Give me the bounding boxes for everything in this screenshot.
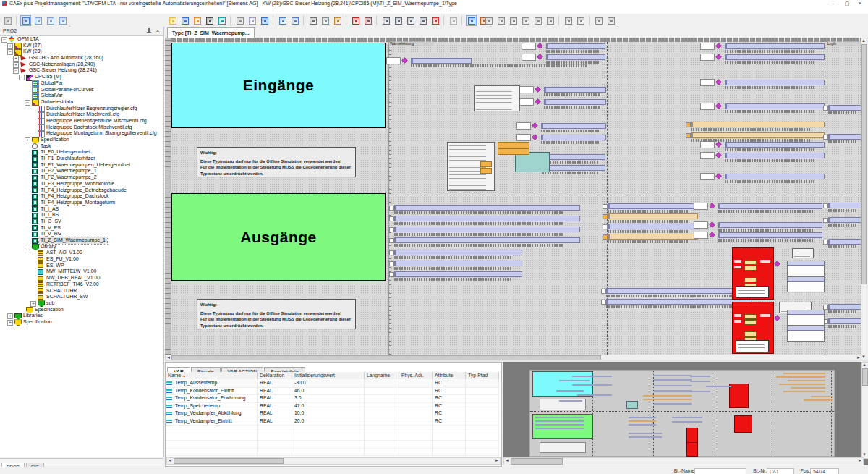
- tree-item-label[interactable]: TI_V_ES: [39, 225, 62, 232]
- signal-bar[interactable]: [718, 203, 822, 209]
- signal-bar[interactable]: [725, 174, 825, 179]
- undo-button[interactable]: [277, 15, 288, 26]
- connector-icon[interactable]: [710, 232, 715, 237]
- orange-parameter-pad[interactable]: [498, 148, 529, 155]
- wire-stub[interactable]: [516, 122, 531, 130]
- tree-item-label[interactable]: Durchlauferhitzer Mischventil.cfg: [45, 111, 121, 118]
- signal-bar[interactable]: [828, 304, 861, 310]
- signal-bar[interactable]: [828, 134, 861, 140]
- wire-stub[interactable]: [700, 103, 715, 110]
- rail-pad[interactable]: [389, 272, 394, 277]
- tree-item[interactable]: −KW (28): [0, 48, 163, 55]
- tree-item-label[interactable]: GSC-Steuer Heizung (28,241): [27, 67, 98, 74]
- zoom-window-button[interactable]: [380, 15, 391, 26]
- signal-bar[interactable]: [394, 205, 580, 211]
- wire-stub[interactable]: [700, 43, 715, 50]
- signal-bar[interactable]: [394, 216, 580, 221]
- orange-parameter-pad[interactable]: [480, 168, 492, 174]
- variable-table-hscrollbar[interactable]: ◄ ►: [166, 457, 501, 465]
- tree-item[interactable]: NW_UEB_REAL_V1.00: [0, 275, 163, 282]
- wire-stub[interactable]: [519, 98, 534, 106]
- paste-button[interactable]: [332, 15, 343, 26]
- expand-icon[interactable]: +: [7, 320, 13, 326]
- signal-mini-box[interactable]: [787, 261, 825, 276]
- raster-button[interactable]: [448, 15, 459, 26]
- tree-item[interactable]: −CPCI85 (M): [0, 74, 163, 80]
- distribute-v-button[interactable]: [575, 15, 586, 26]
- tree-item[interactable]: Task: [0, 143, 163, 150]
- tree-item[interactable]: Specification: [0, 307, 163, 313]
- tree-item[interactable]: RETRBEF_TI46_V2.00: [0, 282, 163, 288]
- tree-item[interactable]: TI_F2_Waermepumpe_2: [0, 174, 163, 181]
- orange-parameter-pad[interactable]: [498, 142, 529, 148]
- signal-bar[interactable]: [394, 261, 522, 266]
- signal-bar[interactable]: [544, 87, 606, 93]
- tree-item-label[interactable]: CPCI85 (M): [33, 74, 63, 80]
- insert-marker-button[interactable]: [350, 15, 361, 26]
- rail-pad[interactable]: [389, 250, 394, 255]
- tree-item-label[interactable]: TI_I_AS: [39, 206, 60, 213]
- wire-stub[interactable]: [519, 86, 534, 93]
- signal-bar[interactable]: [718, 232, 822, 238]
- connector-icon[interactable]: [537, 43, 542, 48]
- rail-pad[interactable]: [389, 261, 394, 266]
- tree-item-label[interactable]: TI_I_BS: [39, 212, 60, 219]
- tree-item[interactable]: TI_O_SV: [0, 219, 163, 225]
- rail-pad[interactable]: [823, 305, 828, 310]
- signal-bar[interactable]: [394, 237, 580, 243]
- tree-item-label[interactable]: Specification: [22, 319, 54, 326]
- wire-stub[interactable]: [694, 203, 708, 210]
- tree-item[interactable]: ES_FU_V1.00: [0, 256, 163, 263]
- wire-stub[interactable]: [700, 141, 715, 148]
- ellipse-tool-button[interactable]: [247, 15, 258, 26]
- rail-pad[interactable]: [603, 214, 608, 219]
- tree-item-label[interactable]: GlobalParamForCurves: [39, 87, 95, 93]
- connector-icon[interactable]: [532, 135, 537, 140]
- tree-item-label[interactable]: OPM LTA: [16, 36, 41, 43]
- signal-bar[interactable]: [828, 318, 861, 324]
- tree-item[interactable]: TI_F3_Heizgruppe_Wohnkolonie: [0, 181, 163, 187]
- tree-item-label[interactable]: TI_O_SV: [39, 219, 63, 225]
- tree-item[interactable]: TI_F1_Durchlauferhitzer: [0, 156, 163, 162]
- tree-item-label[interactable]: TI_V_RG: [39, 231, 63, 237]
- tree-item[interactable]: TI_F4_Heizgruppe_Betriebsgebaeude: [0, 187, 163, 194]
- signal-bar[interactable]: [541, 123, 606, 129]
- zoom-in-button[interactable]: [393, 15, 404, 26]
- align-center-h-button[interactable]: [532, 15, 543, 26]
- connector-icon[interactable]: [716, 80, 721, 85]
- signal-bar[interactable]: [606, 288, 752, 294]
- connector-icon[interactable]: [532, 123, 537, 128]
- tree-item-label[interactable]: Heizgruppe Montageturm Strangregulierven…: [45, 130, 158, 137]
- orange-parameter-pad[interactable]: [480, 161, 492, 167]
- tree-item[interactable]: −Library: [0, 244, 163, 250]
- snapshot-button[interactable]: [362, 15, 373, 26]
- connector-icon[interactable]: [716, 54, 721, 59]
- signal-bar[interactable]: [608, 203, 698, 209]
- tree-item[interactable]: +sub: [0, 300, 163, 307]
- tree-item-label[interactable]: MW_MITTELW_V1.00: [45, 268, 98, 275]
- tree-item-label[interactable]: TI_F2_Waermepumpe_2: [39, 174, 98, 181]
- tree-item-label[interactable]: Heizgruppe Dachstock Mischventil.cfg: [45, 124, 133, 131]
- close-icon[interactable]: ×: [155, 28, 161, 34]
- connect-tool-button[interactable]: [259, 15, 270, 26]
- tree-item[interactable]: +GSC-Nebenanlagen (28,240): [0, 62, 163, 68]
- tree-item-label[interactable]: KW (27): [22, 43, 43, 49]
- connector-icon[interactable]: [716, 153, 721, 158]
- group-button[interactable]: [593, 15, 604, 26]
- diagram-edit-button[interactable]: [216, 15, 227, 26]
- signal-bar[interactable]: [542, 165, 605, 171]
- signal-bar[interactable]: [718, 222, 822, 228]
- tree-item-label[interactable]: Specification: [39, 137, 71, 143]
- tree-item[interactable]: TI_I_BS: [0, 212, 163, 219]
- signal-bar[interactable]: [608, 234, 698, 240]
- align-bottom-button[interactable]: [520, 15, 531, 26]
- copy-button[interactable]: [320, 15, 331, 26]
- ausgaenge-box[interactable]: Ausgänge: [171, 193, 386, 281]
- teal-function-box[interactable]: [515, 152, 550, 172]
- tree-item-label[interactable]: TI_F4_Heizgruppe_Dachstock: [39, 193, 111, 200]
- tree-item[interactable]: Durchlauferhitzer Begrenzungsregler.cfg: [0, 106, 163, 112]
- connector-icon[interactable]: [402, 58, 407, 63]
- diagram-comment-box[interactable]: [792, 248, 814, 258]
- tree-item-label[interactable]: TI_F1_Waermepumpen_Uebergeordnet: [39, 162, 132, 169]
- signal-mini-box[interactable]: [787, 326, 825, 342]
